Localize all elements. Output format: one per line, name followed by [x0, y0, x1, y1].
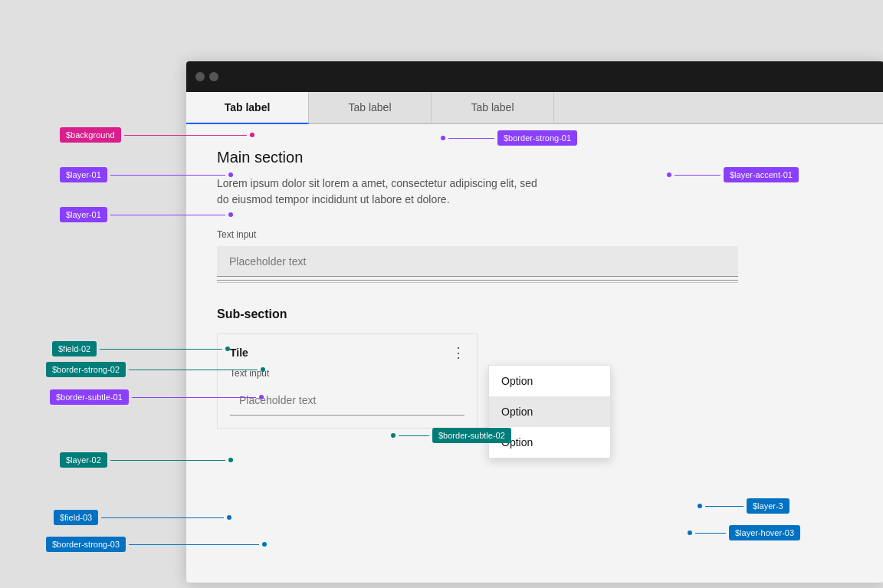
badge-border-subtle-01: $border-subtle-01 [50, 389, 129, 405]
badge-layer-accent-01: $layer-accent-01 [724, 167, 799, 182]
badge-border-subtle-02: $border-subtle-02 [432, 428, 511, 443]
tile-text-input[interactable] [230, 385, 464, 416]
badge-border-strong-01: $border-strong-01 [497, 130, 577, 146]
main-section-body: Lorem ipsum dolor sit lorem a amet, cons… [217, 176, 547, 208]
traffic-light-1 [195, 72, 205, 81]
annotation-border-strong-01: $border-strong-01 [441, 130, 577, 146]
annotation-border-strong-02: $border-strong-02 [46, 362, 265, 377]
annotation-layer-03: $layer-3 [698, 498, 789, 514]
tab-2[interactable]: Tab label [309, 92, 432, 123]
badge-layer-01b: $layer-01 [60, 207, 107, 222]
main-text-input[interactable] [217, 246, 738, 277]
annotation-field-03: $field-03 [54, 510, 231, 525]
tile-overflow-button[interactable]: ⋮ [446, 340, 471, 365]
badge-layer-01: $layer-01 [60, 167, 107, 182]
badge-layer-02: $layer-02 [60, 452, 107, 468]
badge-border-strong-03: $border-strong-03 [46, 537, 126, 552]
badge-border-strong-02: $border-strong-02 [46, 362, 126, 377]
input-border-subtle [217, 282, 738, 283]
badge-layer-hover-03: $layer-hover-03 [729, 525, 800, 540]
annotation-border-subtle-01: $border-subtle-01 [50, 389, 264, 405]
tabs-bar: Tab label Tab label Tab label [186, 92, 883, 124]
input-border-strong [217, 280, 738, 281]
annotation-border-subtle-02: $border-subtle-02 [391, 428, 511, 443]
annotation-layer-01b: $layer-01 [60, 207, 233, 222]
subsection-title: Sub-section [217, 307, 853, 321]
tab-3[interactable]: Tab label [432, 92, 554, 123]
annotation-field-02: $field-02 [52, 341, 230, 356]
browser-titlebar [186, 61, 883, 92]
text-input-wrapper [217, 246, 853, 277]
badge-layer-03: $layer-3 [747, 498, 789, 514]
annotation-border-strong-03: $border-strong-03 [46, 537, 267, 552]
annotation-layer-hover-03: $layer-hover-03 [688, 525, 800, 540]
dropdown-menu: Option Option Option [488, 365, 611, 458]
subsection-content: Tile Text input ⋮ Option Option Option [217, 333, 853, 429]
dropdown-item-1[interactable]: Option [489, 366, 610, 396]
main-section-title: Main section [217, 149, 853, 166]
badge-field-02: $field-02 [52, 341, 97, 356]
traffic-light-2 [209, 72, 218, 81]
annotation-layer-02: $layer-02 [60, 452, 233, 468]
tile-title: Tile [230, 347, 464, 359]
tile: Tile Text input ⋮ Option Option Option [217, 333, 478, 429]
annotation-layer-accent-01: $layer-accent-01 [667, 167, 799, 182]
tab-1[interactable]: Tab label [186, 92, 309, 124]
annotation-background: $background [60, 127, 254, 143]
text-input-label: Text input [217, 229, 853, 240]
badge-background: $background [60, 127, 121, 143]
dropdown-item-2[interactable]: Option [489, 396, 610, 427]
annotation-layer-01: $layer-01 [60, 167, 233, 182]
badge-field-03: $field-03 [54, 510, 98, 525]
